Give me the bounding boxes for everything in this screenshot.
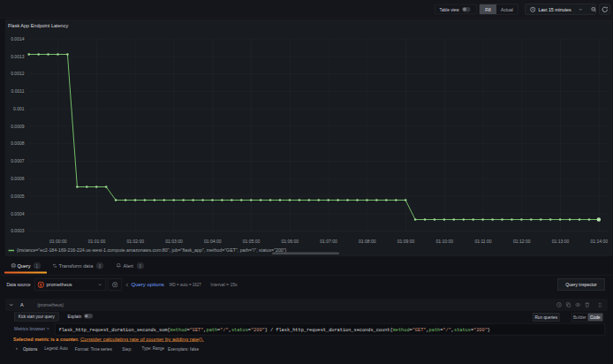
svg-text:?: ?: [114, 283, 117, 286]
svg-text:0.0011: 0.0011: [11, 88, 25, 94]
svg-text:0.0005: 0.0005: [11, 193, 25, 199]
svg-text:01:01:00: 01:01:00: [88, 239, 106, 244]
svg-text:0.0006: 0.0006: [11, 176, 25, 181]
svg-text:01:07:00: 01:07:00: [320, 239, 337, 244]
svg-text:0.0007: 0.0007: [11, 158, 25, 163]
svg-text:01:02:00: 01:02:00: [127, 239, 145, 244]
svg-text:{instance="ec2-184-169-216-224: {instance="ec2-184-169-216-224.us-west-1…: [17, 247, 287, 253]
svg-text:01:03:00: 01:03:00: [165, 239, 183, 244]
svg-text:01:09:00: 01:09:00: [397, 239, 415, 244]
svg-text:0.001: 0.001: [13, 106, 25, 111]
svg-text:01:13:00: 01:13:00: [552, 239, 570, 244]
svg-text:01:04:00: 01:04:00: [204, 239, 222, 244]
svg-text:0.0013: 0.0013: [11, 54, 25, 59]
svg-text:0.0003: 0.0003: [11, 228, 25, 233]
svg-text:0.0004: 0.0004: [11, 211, 25, 216]
svg-text:01:00:00: 01:00:00: [49, 239, 67, 244]
svg-text:01:10:00: 01:10:00: [436, 239, 454, 244]
svg-text:01:06:00: 01:06:00: [282, 239, 299, 244]
svg-text:01:14:00: 01:14:00: [591, 239, 609, 244]
svg-text:01:05:00: 01:05:00: [243, 239, 261, 244]
svg-text:0.0014: 0.0014: [11, 36, 25, 42]
svg-text:01:08:00: 01:08:00: [359, 239, 376, 244]
svg-text:0.0009: 0.0009: [11, 124, 25, 129]
svg-text:0.0008: 0.0008: [11, 140, 25, 146]
svg-text:0.0012: 0.0012: [11, 71, 25, 76]
svg-text:01:12:00: 01:12:00: [513, 239, 531, 244]
svg-text:01:11:00: 01:11:00: [475, 239, 492, 244]
